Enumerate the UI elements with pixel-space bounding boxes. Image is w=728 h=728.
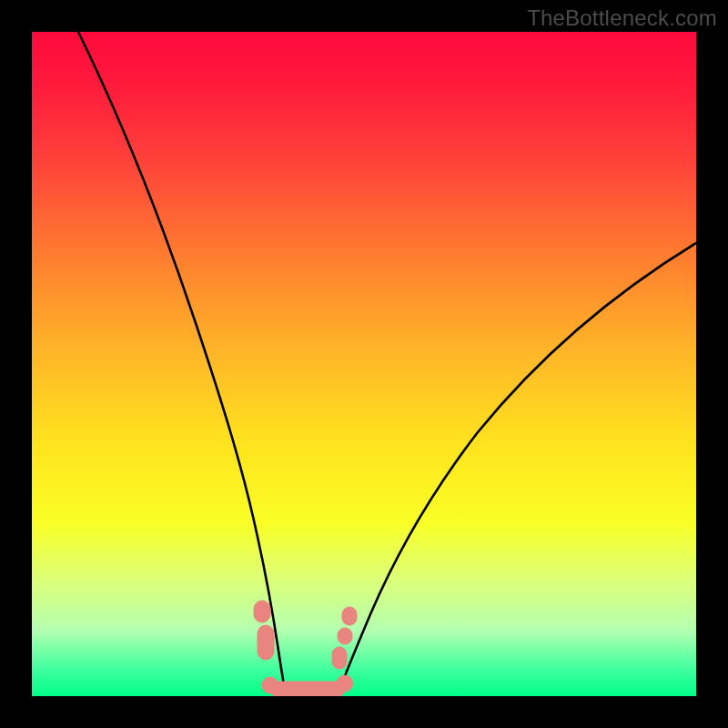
marker-right-bottom xyxy=(332,647,347,669)
plot-area xyxy=(32,32,696,696)
outer-frame: TheBottleneck.com xyxy=(0,0,728,728)
curve-layer xyxy=(32,32,696,696)
left-curve xyxy=(78,32,285,690)
right-curve xyxy=(339,243,696,690)
marker-right-mid xyxy=(338,628,352,644)
marker-floor xyxy=(270,682,345,696)
marker-group xyxy=(254,601,357,696)
marker-left-bottom xyxy=(258,625,274,660)
marker-right-top xyxy=(342,607,357,625)
marker-floor-right-nub xyxy=(337,675,353,692)
marker-floor-left-nub xyxy=(262,677,278,693)
marker-left-top xyxy=(254,601,270,622)
watermark-text: TheBottleneck.com xyxy=(527,5,717,31)
